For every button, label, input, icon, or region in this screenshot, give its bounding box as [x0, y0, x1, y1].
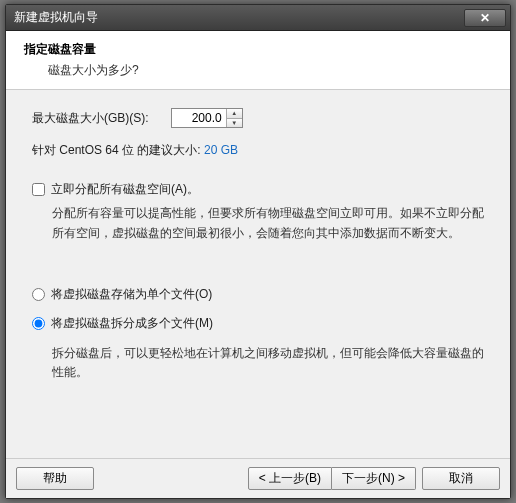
max-disk-row: 最大磁盘大小(GB)(S): ▲ ▼: [32, 108, 484, 128]
page-title: 指定磁盘容量: [24, 41, 492, 58]
split-file-row: 将虚拟磁盘拆分成多个文件(M): [32, 315, 484, 332]
header-pane: 指定磁盘容量 磁盘大小为多少?: [6, 31, 510, 90]
recommend-row: 针对 CentOS 64 位 的建议大小: 20 GB: [32, 142, 484, 159]
single-file-radio[interactable]: [32, 288, 45, 301]
split-file-radio[interactable]: [32, 317, 45, 330]
nav-button-group: < 上一步(B) 下一步(N) >: [248, 467, 416, 490]
footer: 帮助 < 上一步(B) 下一步(N) > 取消: [6, 458, 510, 498]
help-button[interactable]: 帮助: [16, 467, 94, 490]
single-file-row: 将虚拟磁盘存储为单个文件(O): [32, 286, 484, 303]
allocate-desc: 分配所有容量可以提高性能，但要求所有物理磁盘空间立即可用。如果不立即分配所有空间…: [52, 204, 484, 244]
spin-up-button[interactable]: ▲: [227, 109, 242, 119]
recommend-prefix: 针对 CentOS 64 位 的建议大小:: [32, 143, 201, 157]
allocate-all-checkbox[interactable]: [32, 183, 45, 196]
disk-size-input[interactable]: [172, 109, 226, 127]
titlebar: 新建虚拟机向导 ✕: [6, 5, 510, 31]
split-desc: 拆分磁盘后，可以更轻松地在计算机之间移动虚拟机，但可能会降低大容量磁盘的性能。: [52, 344, 484, 384]
content-area: 最大磁盘大小(GB)(S): ▲ ▼ 针对 CentOS 64 位 的建议大小:…: [6, 90, 510, 458]
allocate-all-label[interactable]: 立即分配所有磁盘空间(A)。: [51, 181, 199, 198]
max-disk-label: 最大磁盘大小(GB)(S):: [32, 110, 149, 127]
recommend-size: 20 GB: [204, 143, 238, 157]
window-title: 新建虚拟机向导: [14, 9, 464, 26]
storage-radio-group: 将虚拟磁盘存储为单个文件(O) 将虚拟磁盘拆分成多个文件(M) 拆分磁盘后，可以…: [32, 286, 484, 384]
cancel-button[interactable]: 取消: [422, 467, 500, 490]
allocate-all-row: 立即分配所有磁盘空间(A)。: [32, 181, 484, 198]
next-button[interactable]: 下一步(N) >: [332, 467, 416, 490]
page-subtitle: 磁盘大小为多少?: [48, 62, 492, 79]
disk-size-spinbox: ▲ ▼: [171, 108, 243, 128]
split-file-label[interactable]: 将虚拟磁盘拆分成多个文件(M): [51, 315, 213, 332]
single-file-label[interactable]: 将虚拟磁盘存储为单个文件(O): [51, 286, 212, 303]
close-button[interactable]: ✕: [464, 9, 506, 27]
wizard-window: 新建虚拟机向导 ✕ 指定磁盘容量 磁盘大小为多少? 最大磁盘大小(GB)(S):…: [5, 4, 511, 499]
close-icon: ✕: [480, 11, 490, 25]
spin-down-button[interactable]: ▼: [227, 119, 242, 128]
spin-buttons: ▲ ▼: [226, 109, 242, 127]
back-button[interactable]: < 上一步(B): [248, 467, 332, 490]
